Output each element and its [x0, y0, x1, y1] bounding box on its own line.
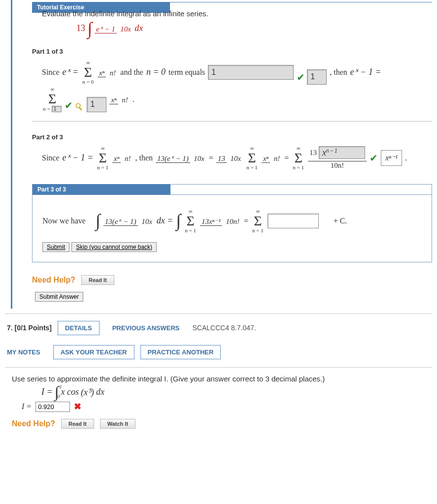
part2-coef-answer: 13	[309, 149, 317, 157]
q7-integral: I = ∫ 1 0 x cos (x⁵) dx	[41, 386, 425, 399]
part1-answer1[interactable]: 1	[208, 65, 294, 80]
part3-header: Part 3 of 3	[33, 184, 170, 195]
q7-prompt: Use series to approximate the definite i…	[12, 375, 425, 383]
ask-teacher-button[interactable]: ASK YOUR TEACHER	[53, 345, 134, 359]
q7-answer-input[interactable]	[35, 402, 70, 412]
part1-step: Since eˣ = ∞ Σ n = 0 xⁿ n! and the n = 0…	[42, 60, 432, 112]
part2-label: Part 2 of 3	[32, 133, 432, 141]
check-icon: ✔	[297, 70, 305, 84]
part1-label: Part 1 of 3	[32, 48, 432, 55]
svg-rect-1	[79, 107, 83, 111]
submit-answer-button[interactable]: Submit Answer	[35, 292, 83, 302]
check-icon: ✔	[65, 98, 73, 112]
q7-answer-label: I =	[22, 402, 32, 411]
cross-icon: ✖	[74, 401, 81, 412]
key-icon[interactable]	[75, 102, 85, 112]
part2-numerator-answer[interactable]: xn − 1	[319, 146, 365, 159]
check-icon: ✔	[370, 151, 378, 165]
q7-source: SCALCCC4 8.7.047.	[192, 324, 256, 332]
part1-answer2[interactable]: 1	[307, 69, 327, 84]
part1-answer3[interactable]: 1	[52, 106, 62, 112]
skip-button[interactable]: Skip (you cannot come back)	[71, 242, 157, 252]
part3-answer-input[interactable]	[268, 214, 319, 228]
read-it-button[interactable]: Read It	[81, 275, 114, 285]
practice-another-button[interactable]: PRACTICE ANOTHER	[140, 345, 221, 359]
my-notes-button[interactable]: MY NOTES	[7, 346, 47, 359]
tutorial-prompt: Evaluate the indefinite integral as an i…	[42, 9, 432, 18]
submit-step-button[interactable]: Submit	[42, 242, 69, 252]
watch-it-button[interactable]: Watch It	[100, 419, 135, 429]
read-it-button-2[interactable]: Read It	[61, 419, 94, 429]
need-help-label: Need Help?	[32, 276, 75, 284]
part3-container: Part 3 of 3 Now we have ∫ 13(eˣ − 1) 10x…	[32, 184, 432, 262]
part2-step: Since eˣ − 1 = ∞ Σ n = 1 xⁿ n! , then 13…	[42, 146, 432, 170]
part2-formula-hint: xⁿ⁻¹	[381, 150, 402, 166]
part1-key-answer: 1	[87, 97, 106, 112]
q7-points: 7. [0/1 Points]	[7, 324, 52, 332]
need-help-label-2: Need Help?	[12, 419, 55, 428]
previous-answers-button[interactable]: PREVIOUS ANSWERS	[105, 321, 187, 335]
details-button[interactable]: DETAILS	[58, 321, 100, 335]
tutorial-integral: 13 ∫ eˣ − 1 10x dx	[76, 22, 432, 36]
